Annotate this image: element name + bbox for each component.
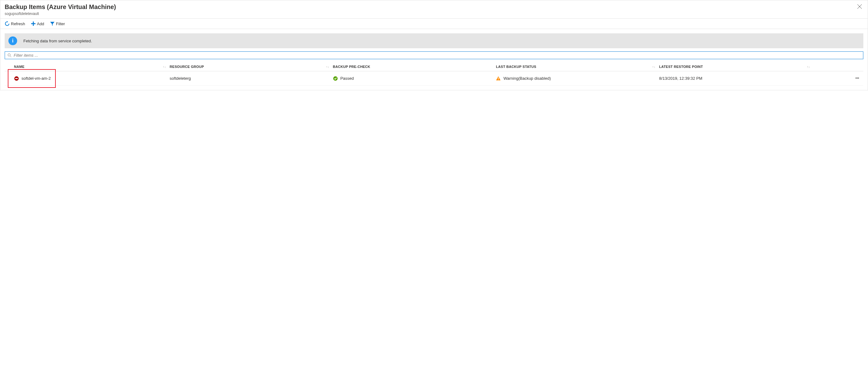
item-status: Warning(Backup disabled) bbox=[503, 76, 551, 81]
sort-icon: ↑↓ bbox=[163, 65, 166, 68]
info-icon: i bbox=[8, 36, 17, 45]
add-label: Add bbox=[37, 22, 44, 26]
close-button[interactable] bbox=[856, 3, 863, 11]
grid-header-row: NAME ↑↓ RESOURCE GROUP ↑↓ BACKUP PRE-CHE… bbox=[5, 62, 863, 71]
search-icon bbox=[7, 53, 12, 58]
page-subtitle: sogupsoftdeletevault bbox=[5, 11, 116, 16]
refresh-button[interactable]: Refresh bbox=[5, 21, 25, 26]
page-title: Backup Items (Azure Virtual Machine) bbox=[5, 3, 116, 11]
backup-items-grid: NAME ↑↓ RESOURCE GROUP ↑↓ BACKUP PRE-CHE… bbox=[5, 62, 863, 86]
add-button[interactable]: Add bbox=[31, 21, 44, 26]
column-header-precheck[interactable]: BACKUP PRE-CHECK bbox=[331, 65, 494, 68]
svg-rect-2 bbox=[15, 78, 18, 79]
refresh-icon bbox=[5, 21, 10, 26]
svg-rect-5 bbox=[498, 80, 499, 80]
warning-icon bbox=[496, 76, 501, 81]
blade-header: Backup Items (Azure Virtual Machine) sog… bbox=[0, 0, 868, 19]
item-resource-group: softdeleterg bbox=[170, 76, 191, 81]
item-precheck: Passed bbox=[340, 76, 354, 81]
sort-icon: ↑↓ bbox=[326, 65, 329, 68]
plus-icon bbox=[31, 21, 36, 26]
column-header-name[interactable]: NAME ↑↓ bbox=[5, 65, 168, 68]
svg-rect-4 bbox=[498, 78, 499, 79]
column-header-status[interactable]: LAST BACKUP STATUS ↑↓ bbox=[494, 65, 657, 68]
column-header-resource-group[interactable]: RESOURCE GROUP ↑↓ bbox=[168, 65, 331, 68]
sort-icon: ↑↓ bbox=[807, 65, 810, 68]
item-restore-point: 8/13/2019, 12:39:32 PM bbox=[659, 76, 702, 81]
svg-point-0 bbox=[8, 54, 10, 56]
table-row[interactable]: softdel-vm-am-2 softdeleterg Passed Warn… bbox=[5, 71, 863, 86]
filter-button[interactable]: Filter bbox=[50, 21, 65, 26]
banner-message: Fetching data from service completed. bbox=[23, 39, 92, 43]
check-circle-icon bbox=[333, 76, 338, 81]
filter-label: Filter bbox=[56, 22, 65, 26]
column-header-restore[interactable]: LATEST RESTORE POINT ↑↓ bbox=[657, 65, 812, 68]
filter-items-search[interactable] bbox=[5, 52, 863, 59]
item-name: softdel-vm-am-2 bbox=[22, 76, 51, 81]
toolbar: Refresh Add Filter bbox=[0, 19, 868, 29]
filter-icon bbox=[50, 21, 55, 26]
search-input[interactable] bbox=[12, 53, 861, 58]
row-context-menu-button[interactable]: ··· bbox=[855, 75, 859, 82]
sort-icon: ↑↓ bbox=[652, 65, 655, 68]
refresh-label: Refresh bbox=[11, 22, 25, 26]
info-banner: i Fetching data from service completed. bbox=[5, 33, 863, 48]
close-icon bbox=[857, 4, 862, 9]
stop-icon bbox=[14, 76, 19, 81]
